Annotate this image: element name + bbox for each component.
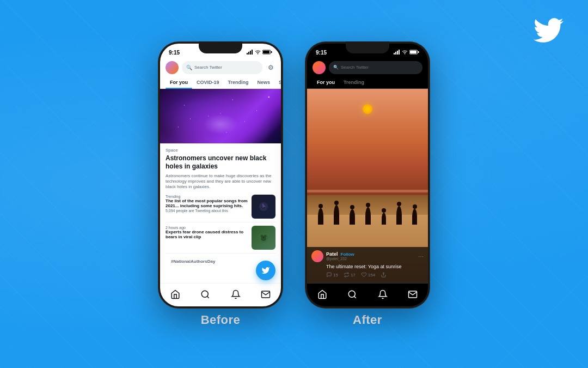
tweet-header: Patel Follow @patel_232 ··· [311,250,424,262]
nav-search[interactable] [197,288,213,301]
phone-notch [199,41,242,53]
svg-line-15 [207,296,209,298]
search-input[interactable]: 🔍 Search Twitter [182,61,262,74]
tweet-retweet[interactable]: 17 [344,272,356,279]
tweet-avatar[interactable] [311,250,323,262]
person-5 [382,213,386,225]
search-input-dark[interactable]: 🔍 Search Twitter [329,61,422,74]
signal-icon-dark [394,50,400,56]
article-category: Space [166,148,275,153]
like-icon [361,272,367,279]
user-avatar-dark[interactable] [313,61,326,74]
labels-row: Before After [158,313,430,327]
nav-bell-dark[interactable] [375,288,391,301]
svg-point-24 [349,291,356,297]
tab-for-you[interactable]: For you [166,76,192,88]
tweet-actions: 15 [311,272,424,279]
trending-item-text-2: 2 hours ago Experts fear drone caused di… [166,226,248,250]
tweet-like[interactable]: 154 [361,272,375,279]
tab-bar-dark: For you Trending [307,76,428,89]
before-phone: 9:15 [158,41,283,309]
svg-rect-5 [271,51,272,53]
svg-rect-19 [399,50,400,55]
article-title[interactable]: Astronomers uncover new black holes in g… [166,154,275,171]
nav-search-dark[interactable] [344,288,360,301]
svg-point-14 [202,291,209,297]
tab-trending[interactable]: Trending [224,76,253,88]
status-time: 9:15 [169,50,180,56]
comment-count: 15 [333,273,338,277]
status-time-right: 9:15 [316,50,327,56]
trending-tag: Trending [166,195,248,198]
phone-screen-dark: 9:15 [307,44,428,306]
search-icon: 🔍 [186,65,192,70]
svg-rect-6 [263,51,270,53]
svg-rect-22 [410,51,416,53]
sun [363,104,372,114]
article-content: Space Astronomers uncover new black hole… [160,143,281,270]
tab-sports[interactable]: Spor [274,76,281,88]
trending-thumb-2 [252,226,275,250]
tab-for-you-dark[interactable]: For you [313,76,339,88]
person-6 [396,206,402,225]
svg-rect-17 [395,52,396,55]
tweet-comment[interactable]: 15 [326,272,338,279]
nav-mail-dark[interactable] [405,288,421,301]
status-icons-dark [394,50,419,56]
svg-point-13 [263,236,265,238]
trending-item-2[interactable]: 2 hours ago Experts fear drone caused di… [166,226,275,254]
nav-home-dark[interactable] [314,288,330,301]
people-silhouettes [307,197,428,225]
tweet-text: The ultimate reset: Yoga at sunrise [311,264,424,269]
tab-trending-dark[interactable]: Trending [339,76,369,88]
user-avatar[interactable] [166,61,179,74]
retweet-icon [344,272,350,279]
tab-covid[interactable]: COVID-19 [192,76,224,88]
person-3 [350,209,355,225]
battery-icon [262,50,272,56]
nav-home[interactable] [167,288,183,301]
tweet-follow[interactable]: Follow [341,252,354,257]
nav-mail[interactable] [258,288,274,301]
svg-rect-3 [252,50,253,55]
tweet-more-icon[interactable]: ··· [418,252,424,260]
person-1 [318,208,323,225]
tweet-handle: @patel_232 [326,257,354,261]
comment-icon [326,272,332,279]
tweet-name: Patel [326,251,338,257]
trending-title: The list of the most popular songs from … [166,198,248,209]
battery-icon-dark [409,50,419,56]
trending-thumb-1 [252,195,275,219]
person-2 [334,205,339,225]
compose-fab[interactable] [256,261,275,280]
tab-bar: For you COVID-19 Trending News Spor [160,76,281,89]
trending-item-1[interactable]: Trending The list of the most popular so… [166,195,275,222]
settings-icon[interactable]: ⚙ [266,63,275,73]
svg-rect-0 [247,53,248,55]
nav-bell[interactable] [228,288,244,301]
tweet-share[interactable] [381,272,387,279]
retweet-count: 17 [351,273,356,277]
search-placeholder-dark: Search Twitter [341,65,369,70]
tab-news[interactable]: News [253,76,275,88]
person-7 [412,209,417,225]
svg-rect-16 [394,53,395,55]
like-count: 154 [368,273,375,277]
beach-scene: Patel Follow @patel_232 ··· The ultimate… [307,89,428,283]
share-icon [381,272,387,279]
trending-tag-2: 2 hours ago [166,226,248,230]
status-icons [247,50,272,56]
twitter-logo [534,15,564,47]
svg-rect-2 [250,51,251,55]
bottom-nav [160,283,281,306]
search-bar-row-dark: 🔍 Search Twitter [307,59,428,76]
phone-screen-light: 9:15 [160,44,281,306]
bottom-nav-dark [307,283,428,306]
milky-way-decoration [160,89,281,143]
before-label: Before [158,313,283,327]
after-phone: 9:15 [305,41,430,309]
trending-item-text: Trending The list of the most popular so… [166,195,248,219]
person-4 [365,207,371,225]
trending-count: 5,094 people are Tweeting about this [166,209,248,213]
search-icon-dark: 🔍 [333,65,339,70]
